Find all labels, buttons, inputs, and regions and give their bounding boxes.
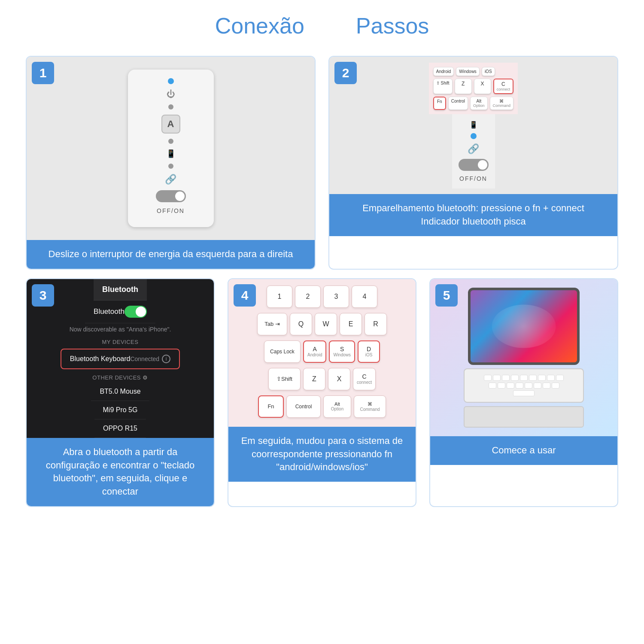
- km-key-14: [525, 383, 532, 389]
- keyboard-row-os: Android Windows iOS: [433, 67, 513, 76]
- key-ios: iOS: [482, 67, 495, 76]
- key4-alt-option: AltOption: [323, 395, 351, 418]
- key4-w: W: [315, 313, 337, 335]
- key4-fn: Fn: [258, 395, 284, 418]
- km-key-4: [511, 375, 519, 381]
- step2-desc: Emparelhamento bluetooth: pressione o fn…: [329, 194, 617, 236]
- bt-header: Bluetooth: [94, 279, 147, 301]
- key4-e: E: [340, 313, 362, 335]
- km-key-3: [502, 375, 510, 381]
- phone-icon-2: 📱: [469, 121, 478, 129]
- step3-desc: Abra o bluetooth a partir da configuraçã…: [27, 438, 214, 506]
- step4-desc: Em seguida, mudou para o sistema de coor…: [228, 427, 416, 482]
- step1-image: ⏻ A 📱 🔗 OFF/ON: [27, 57, 315, 240]
- bt-device1-row[interactable]: BT5.0 Mouse: [91, 383, 149, 401]
- km-key-13: [516, 383, 523, 389]
- key4-3: 3: [323, 286, 349, 308]
- dot-gray-2: [168, 139, 173, 144]
- phone-icon: 📱: [166, 149, 176, 158]
- km-key-10: [489, 383, 496, 389]
- key4-q: Q: [290, 313, 312, 335]
- key4-r: R: [365, 313, 387, 335]
- bt-info-icon[interactable]: i: [162, 355, 170, 363]
- device-body-step1: ⏻ A 📱 🔗 OFF/ON: [128, 70, 214, 227]
- bt-discoverable: Now discoverable as "Anna's iPhone".: [61, 323, 180, 335]
- key4-num-row: 1 2 3 4: [267, 286, 377, 308]
- header-title1: Conexão: [215, 13, 304, 39]
- card-step4: 4 1 2 3 4 Tab ⇥ Q W E R Caps Lock AAndro…: [228, 278, 416, 507]
- km-key-7: [538, 375, 546, 381]
- key4-tab: Tab ⇥: [257, 313, 287, 335]
- card-step2: 2 Android Windows iOS ⇧ Shift Z X Cconne…: [328, 56, 618, 270]
- card-step5: 5: [429, 278, 618, 507]
- device-bottom-section: 📱 🔗 OFF/ON: [452, 114, 495, 188]
- bt-device3-row[interactable]: OPPO R15: [94, 419, 146, 438]
- step2-image: Android Windows iOS ⇧ Shift Z X Cconnect…: [329, 57, 617, 194]
- keyboard-row-zxc: ⇧ Shift Z X Cconnect: [433, 79, 513, 94]
- km-key-5: [520, 375, 528, 381]
- key4-c-connect: Cconnect: [353, 368, 376, 390]
- km-key-16: [543, 383, 550, 389]
- bt-toggle[interactable]: [125, 306, 147, 318]
- key-windows: Windows: [456, 67, 480, 76]
- key4-capslock: Caps Lock: [264, 340, 301, 363]
- bt-device3-name: OPPO R15: [103, 425, 137, 432]
- bt-connected-label: Connected: [130, 355, 159, 362]
- tablet-screen: [468, 288, 580, 365]
- dot-gray-1: [168, 104, 173, 109]
- key4-qwer-row: Tab ⇥ Q W E R: [257, 313, 387, 335]
- bt-label: Bluetooth: [94, 307, 125, 316]
- bt-keyboard-name: Bluetooth Keyboard: [70, 355, 131, 363]
- key4-2: 2: [295, 286, 321, 308]
- keyboard-mockup: [464, 368, 584, 403]
- km-row2: [467, 383, 580, 389]
- key-c-connect: Cconnect: [493, 79, 514, 94]
- bt-device-status: Connected i: [130, 355, 170, 363]
- key-command-top: ⌘Command: [490, 97, 514, 110]
- km-spacebar: [513, 390, 535, 396]
- km-key-9: [556, 375, 564, 381]
- key4-fn-row: Fn Control AltOption ⌘Command: [258, 395, 386, 418]
- key-android: Android: [433, 67, 454, 76]
- bt-device1-name: BT5.0 Mouse: [100, 388, 140, 395]
- key4-a: AAndroid: [303, 340, 326, 363]
- key-control: Control: [448, 97, 468, 110]
- bt-toggle-row: Bluetooth: [85, 301, 155, 323]
- power-switch[interactable]: [156, 190, 186, 202]
- km-key-6: [529, 375, 537, 381]
- km-key-1: [484, 375, 492, 381]
- step1-badge: 1: [32, 62, 54, 84]
- touchpad[interactable]: [464, 406, 584, 428]
- key4-shift: ⇧Shift: [268, 368, 301, 390]
- key4-zxc-row: ⇧Shift Z X Cconnect: [268, 368, 376, 390]
- bt-device2-row[interactable]: Mi9 Pro 5G: [94, 401, 146, 419]
- bt-device2-name: Mi9 Pro 5G: [103, 406, 138, 413]
- key-x: X: [474, 79, 491, 94]
- key-z: Z: [455, 79, 472, 94]
- key4-z: Z: [303, 368, 325, 390]
- bt-keyboard-row[interactable]: Bluetooth Keyboard Connected i: [61, 349, 180, 369]
- key-fn: Fn: [433, 97, 446, 110]
- step5-desc: Comece a usar: [430, 436, 617, 465]
- step5-image: [430, 279, 617, 436]
- key-shift-label: ⇧ Shift: [433, 79, 453, 94]
- key4-s: SWindows: [329, 340, 355, 363]
- step4-badge: 4: [234, 284, 256, 307]
- bottom-grid: 3 Bluetooth Bluetooth Now discoverable a…: [0, 278, 644, 524]
- tablet-mockup: [464, 288, 584, 428]
- km-key-15: [534, 383, 541, 389]
- step5-badge: 5: [435, 284, 458, 307]
- km-row1: [467, 375, 580, 381]
- key4-command: ⌘Command: [354, 395, 386, 418]
- top-grid: 1 ⏻ A 📱 🔗 OFF/ON Deslize o interruptor d…: [0, 47, 644, 278]
- power-switch-2[interactable]: [459, 159, 489, 171]
- off-on-label-2: OFF/ON: [459, 175, 487, 182]
- km-key-2: [493, 375, 501, 381]
- bt-indicator-2: [471, 133, 477, 139]
- km-key-11: [498, 383, 505, 389]
- step1-desc: Deslize o interruptor de energia da esqu…: [27, 240, 315, 269]
- header: Conexão Passos: [0, 0, 644, 47]
- key4-x: X: [328, 368, 350, 390]
- bt-other-devices-title: OTHER DEVICES ⚙: [84, 371, 156, 383]
- header-title2: Passos: [356, 13, 429, 39]
